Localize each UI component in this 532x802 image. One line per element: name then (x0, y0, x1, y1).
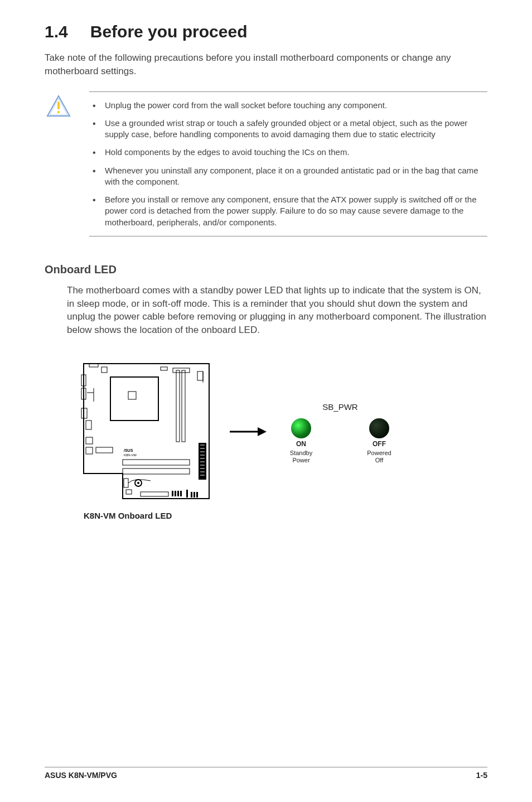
svg-rect-17 (197, 371, 203, 380)
svg-rect-24 (123, 468, 190, 474)
intro-paragraph: Take note of the following precautions b… (45, 51, 487, 78)
svg-rect-15 (182, 370, 185, 442)
mobo-brand-strike: /SUS (124, 448, 133, 452)
page-footer: ASUS K8N-VM/PVG 1-5 (45, 767, 487, 780)
svg-rect-2 (57, 102, 60, 109)
svg-rect-45 (186, 490, 188, 497)
svg-rect-20 (86, 437, 93, 444)
onboard-led-paragraph: The motherboard comes with a standby pow… (67, 284, 487, 337)
led-off-item: OFF Powered Off (357, 418, 402, 463)
svg-rect-23 (123, 460, 190, 465)
led-legend: SB_PWR ON Standby Power OFF Powered Off (279, 402, 402, 463)
led-off-desc: Powered Off (367, 450, 391, 463)
led-on-state: ON (296, 440, 306, 448)
led-off-state: OFF (373, 440, 386, 448)
caution-list: Unplug the power cord from the wall sock… (89, 100, 483, 228)
arrow-icon (229, 423, 268, 442)
svg-rect-22 (96, 447, 113, 453)
diagram-caption: K8N-VM Onboard LED (84, 511, 487, 520)
svg-rect-43 (177, 491, 179, 496)
svg-rect-14 (176, 370, 180, 442)
footer-page-number: 1-5 (476, 771, 487, 780)
mobo-brand-label: K8N-VM (124, 453, 137, 457)
svg-point-37 (137, 482, 139, 484)
svg-rect-44 (180, 491, 182, 496)
svg-rect-48 (196, 492, 198, 497)
svg-rect-39 (126, 490, 132, 494)
svg-rect-6 (161, 367, 167, 370)
svg-rect-47 (194, 492, 195, 497)
led-row: ON Standby Power OFF Powered Off (279, 418, 402, 463)
list-item: Use a grounded wrist strap or touch a sa… (89, 118, 483, 141)
led-on-item: ON Standby Power (279, 418, 323, 463)
svg-rect-42 (175, 491, 176, 496)
caution-block: Unplug the power cord from the wall sock… (45, 91, 487, 236)
svg-marker-50 (258, 427, 267, 436)
svg-rect-21 (86, 447, 93, 454)
led-on-desc: Standby Power (290, 450, 312, 463)
led-off-icon (369, 418, 389, 438)
svg-rect-13 (128, 392, 136, 399)
svg-rect-16 (173, 368, 190, 373)
caution-content: Unplug the power cord from the wall sock… (89, 91, 487, 236)
svg-point-3 (57, 110, 60, 113)
onboard-led-heading: Onboard LED (45, 263, 487, 276)
caution-icon (46, 95, 71, 236)
svg-rect-46 (191, 492, 192, 497)
icon-column (45, 91, 72, 236)
svg-rect-38 (124, 479, 128, 487)
list-item: Whenever you uninstall any component, pl… (89, 165, 483, 188)
motherboard-diagram: /SUS K8N-VM (78, 359, 217, 506)
svg-rect-40 (141, 492, 168, 496)
footer-product: ASUS K8N-VM/PVG (45, 771, 117, 780)
svg-rect-12 (110, 377, 158, 421)
heading-title: Before you proceed (90, 22, 248, 41)
section-heading: 1.4 Before you proceed (45, 22, 487, 41)
list-item: Hold components by the edges to avoid to… (89, 147, 483, 158)
diagram-area: /SUS K8N-VM (78, 359, 487, 506)
svg-rect-19 (86, 421, 91, 429)
svg-rect-41 (172, 491, 173, 496)
heading-number: 1.4 (45, 22, 68, 41)
led-on-icon (291, 418, 311, 438)
list-item: Unplug the power cord from the wall sock… (89, 100, 483, 111)
list-item: Before you install or remove any compone… (89, 194, 483, 228)
svg-rect-5 (101, 367, 107, 373)
sbpwr-label: SB_PWR (322, 402, 357, 412)
